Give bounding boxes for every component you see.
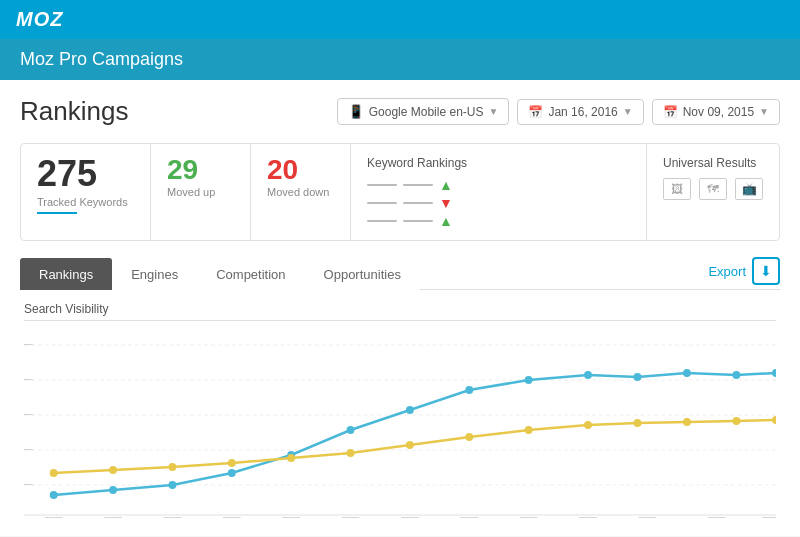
x-label-5: —— (282, 512, 300, 520)
x-label-13: —— (762, 512, 776, 520)
export-label: Export (708, 264, 746, 279)
x-label-3: —— (164, 512, 182, 520)
keyword-rankings-title: Keyword Rankings (367, 156, 630, 170)
tracked-keywords-stat: 275 Tracked Keywords (21, 144, 151, 240)
export-icon: ⬇ (752, 257, 780, 285)
date2-filter-label: Nov 09, 2015 (683, 105, 754, 119)
date1-filter-button[interactable]: 📅 Jan 16, 2016 ▼ (517, 99, 643, 125)
ur-icon-image: 🖼 (663, 178, 691, 200)
blue-dot-7 (406, 406, 414, 414)
blue-dot-2 (109, 486, 117, 494)
date1-filter-label: Jan 16, 2016 (548, 105, 617, 119)
x-label-4: —— (223, 512, 241, 520)
blue-dot-10 (584, 371, 592, 379)
y-label-1: — (24, 339, 33, 349)
tab-engines[interactable]: Engines (112, 258, 197, 290)
yellow-dot-11 (634, 419, 642, 427)
arrow-up-icon-1: ▲ (439, 178, 453, 192)
x-label-7: —— (401, 512, 419, 520)
x-label-1: —— (45, 512, 63, 520)
main-content: Rankings 📱 Google Mobile en-US ▼ 📅 Jan 1… (0, 80, 800, 536)
export-button[interactable]: Export ⬇ (708, 257, 780, 285)
ur-icon-map: 🗺 (699, 178, 727, 200)
yellow-dot-13 (732, 417, 740, 425)
arrow-down-icon-1: ▼ (439, 196, 453, 210)
kr-line-1 (367, 184, 397, 186)
yellow-dot-5 (287, 454, 295, 462)
yellow-dot-4 (228, 459, 236, 467)
yellow-line (54, 420, 776, 473)
blue-dot-8 (465, 386, 473, 394)
yellow-dot-14 (772, 416, 776, 424)
x-label-2: —— (104, 512, 122, 520)
filter-controls: 📱 Google Mobile en-US ▼ 📅 Jan 16, 2016 ▼… (337, 98, 780, 125)
moz-logo: MOZ (16, 8, 63, 31)
y-label-3: — (24, 409, 33, 419)
blue-dot-12 (683, 369, 691, 377)
x-label-8: —— (460, 512, 478, 520)
engine-filter-label: Google Mobile en-US (369, 105, 484, 119)
kr-row-1: ▲ (367, 178, 630, 192)
y-label-5: — (24, 479, 33, 489)
moved-up-label: Moved up (167, 186, 234, 198)
kr-line-2 (403, 184, 433, 186)
header-row: Rankings 📱 Google Mobile en-US ▼ 📅 Jan 1… (20, 96, 780, 127)
tab-competition[interactable]: Competition (197, 258, 304, 290)
kr-line-3 (367, 202, 397, 204)
keyword-rankings-block: Keyword Rankings ▲ ▼ ▲ (351, 144, 647, 240)
chevron-down-icon-2: ▼ (623, 106, 633, 117)
ur-icon-video: 📺 (735, 178, 763, 200)
calendar-icon: 📅 (528, 105, 543, 119)
blue-dot-14 (772, 369, 776, 377)
chevron-down-icon-3: ▼ (759, 106, 769, 117)
kr-line-6 (403, 220, 433, 222)
blue-line (54, 373, 776, 495)
yellow-dot-7 (406, 441, 414, 449)
campaign-bar: Moz Pro Campaigns (0, 39, 800, 80)
tabs-list: Rankings Engines Competition Opportuniti… (20, 257, 420, 289)
engine-filter-button[interactable]: 📱 Google Mobile en-US ▼ (337, 98, 510, 125)
blue-dot-1 (50, 491, 58, 499)
x-label-12: —— (708, 512, 726, 520)
blue-dot-11 (634, 373, 642, 381)
moved-up-stat: 29 Moved up (151, 144, 251, 240)
tab-opportunities[interactable]: Opportunities (305, 258, 420, 290)
tab-rankings[interactable]: Rankings (20, 258, 112, 290)
universal-results-title: Universal Results (663, 156, 763, 170)
yellow-dot-2 (109, 466, 117, 474)
campaign-title: Moz Pro Campaigns (20, 49, 183, 69)
yellow-dot-6 (347, 449, 355, 457)
moved-up-number: 29 (167, 156, 234, 184)
blue-dot-13 (732, 371, 740, 379)
blue-dot-4 (228, 469, 236, 477)
arrow-up-icon-2: ▲ (439, 214, 453, 228)
yellow-dot-12 (683, 418, 691, 426)
x-label-11: —— (638, 512, 656, 520)
yellow-dot-1 (50, 469, 58, 477)
blue-dot-9 (525, 376, 533, 384)
kr-row-3: ▲ (367, 214, 630, 228)
x-label-6: —— (342, 512, 360, 520)
universal-results-icons: 🖼 🗺 📺 (663, 178, 763, 200)
date2-filter-button[interactable]: 📅 Nov 09, 2015 ▼ (652, 99, 780, 125)
chart-container: —— —— —— —— —— —— —— —— —— —— —— —— —— —… (24, 325, 776, 520)
y-label-2: — (24, 374, 33, 384)
page-title: Rankings (20, 96, 128, 127)
mobile-icon: 📱 (348, 104, 364, 119)
moved-down-stat: 20 Moved down (251, 144, 351, 240)
moved-down-number: 20 (267, 156, 334, 184)
blue-dot-6 (347, 426, 355, 434)
tabs-row: Rankings Engines Competition Opportuniti… (20, 257, 780, 290)
keyword-rankings-rows: ▲ ▼ ▲ (367, 178, 630, 228)
universal-results-block: Universal Results 🖼 🗺 📺 (647, 144, 779, 240)
chart-title: Search Visibility (24, 302, 776, 321)
y-label-4: — (24, 444, 33, 454)
top-navigation: MOZ (0, 0, 800, 39)
chart-svg: —— —— —— —— —— —— —— —— —— —— —— —— —— —… (24, 325, 776, 520)
blue-dot-3 (168, 481, 176, 489)
kr-line-5 (367, 220, 397, 222)
yellow-dot-9 (525, 426, 533, 434)
calendar-icon-2: 📅 (663, 105, 678, 119)
yellow-dot-8 (465, 433, 473, 441)
stats-row: 275 Tracked Keywords 29 Moved up 20 Move… (20, 143, 780, 241)
